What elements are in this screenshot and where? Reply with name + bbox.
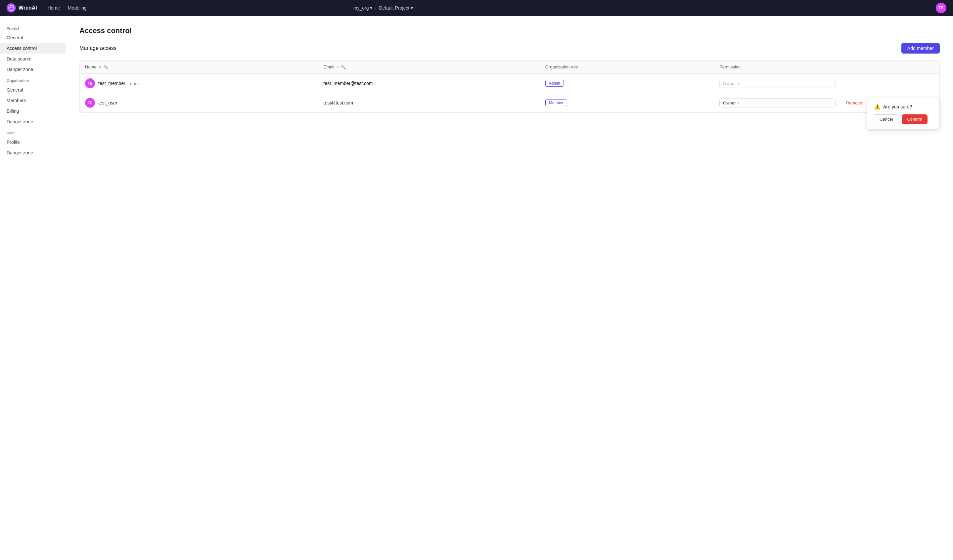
name-search-icon[interactable]: 🔍 (103, 65, 108, 70)
email-1: test_member@test.com (324, 80, 373, 86)
org-role-badge-2: Member (545, 99, 567, 106)
org-role-badge-1: Admin (545, 80, 564, 87)
org-name: my_org (353, 5, 369, 11)
permission-arrow-1: ▾ (737, 82, 739, 85)
permission-cell-2: Owner ▾ (714, 93, 841, 113)
project-selector[interactable]: Default Project ▾ (379, 5, 413, 11)
logo-icon (7, 3, 16, 12)
action-cell-1 (841, 74, 939, 93)
popover-confirm-button[interactable]: Confirm (902, 114, 928, 124)
sidebar-item-general[interactable]: General (0, 32, 66, 43)
sidebar-item-org-general[interactable]: General (0, 85, 66, 95)
logo[interactable]: WrenAI (7, 3, 37, 12)
username-1: test_member (98, 80, 126, 86)
col-email: Email ⇅ 🔍 (318, 60, 540, 74)
svg-point-0 (9, 5, 14, 11)
permission-select-1: Owner ▾ (719, 79, 835, 88)
topnav-links: Home Modeling (48, 5, 87, 11)
project-chevron-icon: ▾ (411, 5, 413, 11)
name-cell-1: TE test_member (me) (80, 74, 318, 93)
email-2: test@test.com (324, 100, 353, 105)
permission-value-2: Owner (723, 101, 736, 105)
email-search-icon[interactable]: 🔍 (341, 65, 346, 70)
permission-arrow-2: ▾ (737, 101, 739, 105)
project-name: Default Project (379, 5, 409, 11)
sidebar-section-label-project: Project (0, 22, 66, 32)
sidebar: Project General Access control Data sour… (0, 16, 66, 560)
sidebar-item-profile[interactable]: Profile (0, 137, 66, 147)
remove-button-2[interactable]: Remove (846, 101, 862, 105)
permission-select-2[interactable]: Owner ▾ (719, 99, 835, 107)
sidebar-item-data-source[interactable]: Data source (0, 54, 66, 64)
table-row: TE test_user test@test.com Member (80, 93, 939, 113)
permission-cell-1: Owner ▾ (714, 74, 841, 93)
org-chevron-icon: ▾ (370, 5, 372, 11)
warning-icon: ⚠️ (874, 104, 880, 110)
avatar-1: TE (85, 78, 95, 88)
email-cell-1: test_member@test.com (318, 74, 540, 93)
user-avatar[interactable]: TE (936, 3, 946, 13)
name-sort-icon[interactable]: ⇅ (99, 65, 101, 69)
sidebar-item-members[interactable]: Members (0, 95, 66, 106)
page-title: Access control (79, 26, 940, 35)
breadcrumb-sep: / (375, 5, 376, 11)
sidebar-section-user: User Profile Danger zone (0, 127, 66, 158)
email-sort-icon[interactable]: ⇅ (336, 65, 339, 69)
org-role-cell-1: Admin (540, 74, 714, 93)
sidebar-item-billing[interactable]: Billing (0, 106, 66, 116)
main-content: Access control Manage access Add member … (66, 16, 953, 560)
sidebar-section-organization: Organization General Members Billing Dan… (0, 75, 66, 127)
add-member-button[interactable]: Add member (902, 43, 940, 54)
email-cell-2: test@test.com (318, 93, 540, 113)
sidebar-section-label-org: Organization (0, 75, 66, 85)
org-selector[interactable]: my_org ▾ (353, 5, 373, 11)
sidebar-item-danger-zone-user[interactable]: Danger zone (0, 147, 66, 158)
col-name: Name ⇅ 🔍 (80, 60, 318, 74)
popover-title: Are you sure? (883, 104, 912, 110)
section-header: Manage access Add member (79, 43, 940, 54)
sidebar-item-access-control[interactable]: Access control (0, 43, 66, 54)
layout: Project General Access control Data sour… (0, 16, 953, 560)
permission-value-1: Owner (723, 81, 736, 86)
table-row: TE test_member (me) test_member@test.com… (80, 74, 939, 93)
nav-home[interactable]: Home (48, 5, 60, 11)
col-org-role: Organization role ↑ (540, 60, 714, 74)
section-title: Manage access (79, 45, 116, 51)
col-actions (841, 60, 939, 74)
members-table-container: Name ⇅ 🔍 Email ⇅ 🔍 (79, 60, 940, 113)
sidebar-item-danger-zone-org[interactable]: Danger zone (0, 116, 66, 127)
confirm-popover: ⚠️ Are you sure? Cancel Confirm (867, 98, 940, 130)
sidebar-section-project: Project General Access control Data sour… (0, 22, 66, 75)
popover-actions: Cancel Confirm (874, 114, 933, 124)
popover-cancel-button[interactable]: Cancel (874, 114, 899, 124)
avatar-2: TE (85, 98, 95, 108)
popover-header: ⚠️ Are you sure? (874, 104, 933, 110)
org-role-cell-2: Member (540, 93, 714, 113)
members-table: Name ⇅ 🔍 Email ⇅ 🔍 (80, 60, 939, 112)
name-cell-2: TE test_user (80, 93, 318, 113)
username-2: test_user (98, 100, 118, 105)
org-role-sort-icon[interactable]: ↑ (580, 65, 582, 69)
topnav: WrenAI Home Modeling my_org ▾ / Default … (0, 0, 953, 16)
col-permission: Permission (714, 60, 841, 74)
sidebar-item-danger-zone-project[interactable]: Danger zone (0, 64, 66, 75)
sidebar-section-label-user: User (0, 127, 66, 137)
logo-text: WrenAI (19, 5, 37, 11)
nav-modeling[interactable]: Modeling (68, 5, 87, 11)
topnav-center: my_org ▾ / Default Project ▾ (353, 5, 413, 11)
me-badge-1: (me) (130, 81, 139, 86)
